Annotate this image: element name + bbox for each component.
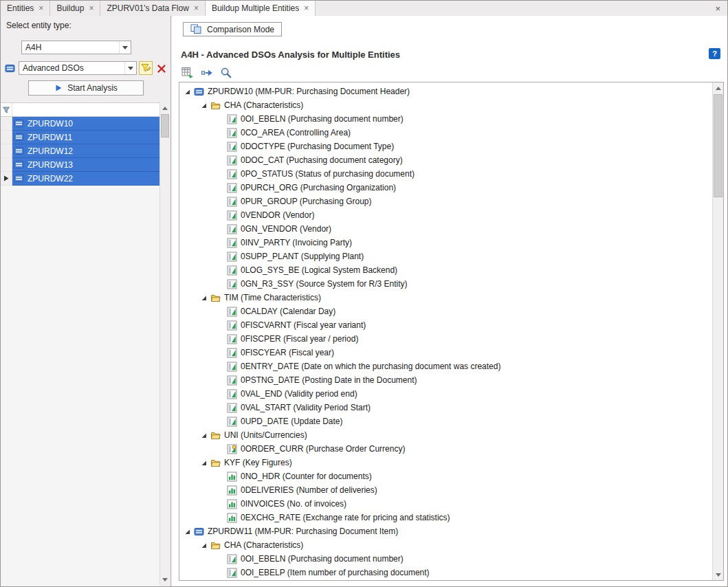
tab-buildup-multiple-entities[interactable]: Buildup Multiple Entities×: [206, 1, 316, 16]
tree-node[interactable]: 0OI_EBELP (Item number of purchasing doc…: [179, 566, 712, 579]
chevron-down-icon[interactable]: [124, 62, 136, 74]
tab-close-icon[interactable]: ×: [304, 4, 309, 12]
tree-node[interactable]: 0PSTNG_DATE (Posting Date in the Documen…: [179, 373, 712, 387]
tree-node[interactable]: [179, 579, 712, 580]
tree-node[interactable]: 0VAL_START (Validity Period Start): [179, 401, 712, 414]
tab-label: Buildup: [56, 3, 84, 13]
main-toolbar: [181, 66, 232, 79]
tree-node[interactable]: 0FISCPER (Fiscal year / period): [179, 332, 712, 346]
tree-node[interactable]: 0CO_AREA (Controlling Area): [179, 126, 712, 140]
entity-row-zpurdw22[interactable]: ZPURDW22: [1, 172, 159, 186]
expander-expanded-icon[interactable]: [200, 542, 207, 549]
tree-node[interactable]: CHA (Characteristics): [179, 98, 712, 112]
start-analysis-button[interactable]: Start Analysis: [28, 80, 144, 96]
export-table-button[interactable]: [181, 66, 194, 79]
tree-scrollbar[interactable]: [712, 82, 723, 580]
tree-node[interactable]: 0DOC_CAT (Puchasing document category): [179, 153, 712, 167]
char-icon: [227, 554, 237, 564]
tab-close-icon[interactable]: ×: [89, 4, 93, 12]
flow-arrow-button[interactable]: [200, 66, 213, 79]
folder-icon: [210, 430, 221, 441]
tree-node[interactable]: 0VAL_END (Validity period end): [179, 387, 712, 401]
kyf-icon: [227, 499, 237, 509]
entity-name: ZPURDW12: [27, 146, 73, 156]
tree-node[interactable]: 0VENDOR (Vendor): [179, 208, 712, 222]
tree-node[interactable]: 0PO_STATUS (Status of purchasing documen…: [179, 167, 712, 181]
scroll-up-icon[interactable]: [713, 82, 723, 93]
tree-node[interactable]: 0UPD_DATE (Update Date): [179, 414, 712, 428]
tab-entities[interactable]: Entities×: [1, 1, 50, 16]
expander-expanded-icon[interactable]: [200, 460, 207, 466]
entity-row-zpurdw13[interactable]: ZPURDW13: [1, 158, 159, 172]
edit-filter-button[interactable]: [139, 61, 153, 75]
expander-expanded-icon[interactable]: [200, 432, 207, 439]
tab-zpurv01-s-data-flow[interactable]: ZPURV01's Data Flow×: [100, 1, 205, 16]
expander-expanded-icon[interactable]: [184, 89, 190, 95]
tree-node[interactable]: ZPURDW11 (MM-PUR: Purchasing Document It…: [179, 524, 712, 538]
scroll-thumb[interactable]: [161, 114, 169, 137]
row-indicator: [1, 131, 12, 144]
tree-node[interactable]: ZPURDW10 (MM-PUR: Purchasing Document He…: [179, 85, 712, 98]
char-icon: [227, 265, 237, 276]
entity-list-scrollbar[interactable]: [159, 102, 170, 585]
scroll-down-icon[interactable]: [160, 574, 170, 585]
entity-row-body: ZPURDW22: [12, 172, 159, 186]
clear-filter-button[interactable]: [155, 62, 168, 75]
tree-node-label: 0DOC_CAT (Puchasing document category): [241, 155, 403, 165]
close-tabs-button[interactable]: ×: [708, 1, 727, 16]
tree-node[interactable]: 0SUPP_PLANT (Supplying Plant): [179, 250, 712, 263]
entity-row-zpurdw12[interactable]: ZPURDW12: [1, 144, 159, 158]
filter-input-cell[interactable]: [12, 103, 159, 116]
tree-node[interactable]: 0NO_HDR (Counter for documents): [179, 469, 712, 483]
tree-node[interactable]: 0EXCHG_RATE (Exchange rate for pricing a…: [179, 511, 712, 524]
tree-node[interactable]: KYF (Key Figures): [179, 456, 712, 469]
entity-type-select[interactable]: Advanced DSOs: [19, 61, 137, 75]
entity-row-zpurdw10[interactable]: ZPURDW10: [1, 117, 159, 131]
tree-node[interactable]: 0FISCYEAR (Fiscal year): [179, 346, 712, 359]
zoom-button[interactable]: [219, 66, 232, 79]
comparison-mode-button[interactable]: Comparison Mode: [183, 22, 282, 36]
tree-node[interactable]: 0OI_EBELN (Purchasing document number): [179, 552, 712, 566]
help-button[interactable]: ?: [709, 48, 720, 59]
tree-node[interactable]: 0INV_PARTY (Invoicing Party): [179, 236, 712, 250]
tree-node[interactable]: 0LOG_SYS_BE (Logical System Backend): [179, 263, 712, 277]
unit-icon: [227, 444, 237, 454]
entity-type-label: Select entity type:: [6, 21, 71, 30]
tree-node-label: 0CO_AREA (Controlling Area): [241, 128, 351, 137]
tree-node[interactable]: 0DOCTYPE (Purchasing Document Type): [179, 140, 712, 153]
entity-tree-container: ZPURDW10 (MM-PUR: Purchasing Document He…: [179, 82, 724, 581]
tree-node[interactable]: 0INVOICES (No. of invoices): [179, 497, 712, 511]
tree-node[interactable]: 0GN_R3_SSY (Source System for R/3 Entity…: [179, 277, 712, 291]
expander-expanded-icon[interactable]: [200, 295, 207, 301]
scroll-down-icon[interactable]: [713, 569, 723, 580]
expander-expanded-icon[interactable]: [200, 102, 207, 109]
tree-node-label: 0PUR_GROUP (Purchasing Group): [241, 197, 372, 206]
chevron-down-icon[interactable]: [119, 41, 131, 54]
tree-node[interactable]: 0ORDER_CURR (Purchase Order Currency): [179, 442, 712, 456]
tree-node[interactable]: TIM (Time Characteristics): [179, 291, 712, 304]
main-panel: Comparison Mode A4H - Advanced DSOs Anal…: [172, 16, 727, 586]
tree-node[interactable]: UNI (Units/Currencies): [179, 428, 712, 442]
tree-node[interactable]: 0GN_VENDOR (Vendor): [179, 222, 712, 236]
clear-filter-icon: [157, 64, 166, 74]
tree-node[interactable]: 0ENTRY_DATE (Date on which the purchasin…: [179, 359, 712, 373]
tree-node-label: TIM (Time Characteristics): [224, 293, 321, 302]
tree-node[interactable]: 0CALDAY (Calendar Day): [179, 304, 712, 318]
system-select[interactable]: A4H: [21, 41, 131, 54]
entity-row-zpurdw11[interactable]: ZPURDW11: [1, 131, 159, 144]
tree-node[interactable]: 0DELIVERIES (Number of deliveries): [179, 483, 712, 497]
tree-node[interactable]: CHA (Characteristics): [179, 538, 712, 552]
tab-buildup[interactable]: Buildup×: [50, 1, 100, 16]
scroll-thumb[interactable]: [714, 94, 723, 197]
grid-filter-row[interactable]: [1, 103, 159, 117]
tab-close-icon[interactable]: ×: [194, 4, 199, 12]
tree-node[interactable]: 0PUR_GROUP (Purchasing Group): [179, 195, 712, 208]
entity-rows: ZPURDW10ZPURDW11ZPURDW12ZPURDW13ZPURDW22: [1, 117, 159, 186]
tree-node[interactable]: 0OI_EBELN (Purchasing document number): [179, 112, 712, 126]
tab-close-icon[interactable]: ×: [38, 4, 43, 12]
kyf-icon: [227, 472, 237, 482]
expander-expanded-icon[interactable]: [184, 529, 190, 535]
tree-node[interactable]: 0FISCVARNT (Fiscal year variant): [179, 318, 712, 332]
scroll-up-icon[interactable]: [160, 102, 170, 113]
tree-node[interactable]: 0PURCH_ORG (Purchasing Organization): [179, 181, 712, 195]
